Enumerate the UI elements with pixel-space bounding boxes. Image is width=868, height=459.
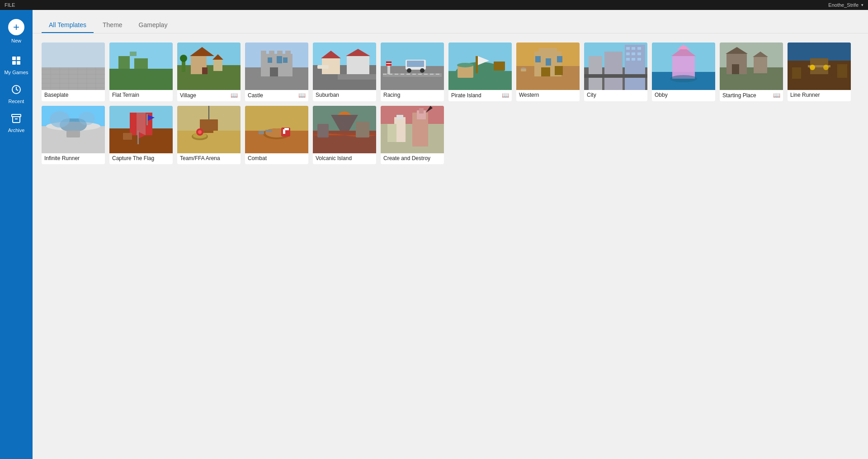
svg-rect-143 <box>245 106 308 131</box>
svg-rect-51 <box>338 74 376 80</box>
template-card-create-and-destroy[interactable]: Create and Destroy <box>381 106 444 164</box>
template-name-village: Village <box>180 92 196 99</box>
svg-rect-40 <box>285 51 291 56</box>
template-card-combat[interactable]: Combat <box>245 106 308 164</box>
svg-rect-2 <box>12 61 16 65</box>
svg-rect-39 <box>277 51 283 56</box>
template-name-obby: Obby <box>655 92 668 98</box>
template-card-village[interactable]: Village 📖 <box>177 43 241 101</box>
template-name-combat: Combat <box>248 155 267 161</box>
template-card-western[interactable]: Western <box>516 43 580 101</box>
sidebar-item-recent[interactable]: Recent <box>0 80 33 109</box>
svg-point-114 <box>810 65 815 70</box>
template-thumb-combat <box>245 106 308 153</box>
tab-all-templates[interactable]: All Templates <box>42 17 94 33</box>
svg-point-122 <box>50 111 70 128</box>
template-card-capture-the-flag[interactable]: Capture The Flag <box>109 106 173 164</box>
svg-rect-26 <box>177 65 241 90</box>
template-name-volcanic-island: Volcanic Island <box>316 155 352 161</box>
svg-rect-138 <box>213 131 231 142</box>
template-card-line-runner[interactable]: Line Runner <box>788 43 851 101</box>
svg-rect-94 <box>589 56 602 90</box>
template-info-suburban: Suburban <box>313 90 376 101</box>
template-name-castle: Castle <box>248 92 263 99</box>
template-info-city: City <box>584 90 647 101</box>
svg-rect-0 <box>12 57 16 60</box>
template-card-baseplate[interactable]: Baseplate <box>42 43 105 101</box>
svg-rect-95 <box>604 52 623 90</box>
template-thumb-castle <box>245 43 308 90</box>
template-card-volcanic-island[interactable]: Volcanic Island <box>313 106 376 164</box>
template-thumb-flat-terrain <box>109 43 173 90</box>
content-area: All Templates Theme Gameplay Baseplate <box>33 10 868 459</box>
template-info-castle: Castle 📖 <box>245 90 308 101</box>
archive-label: Archive <box>8 128 25 133</box>
svg-rect-43 <box>268 57 272 63</box>
sidebar: + New My Games Recent <box>0 10 33 459</box>
template-info-starting-place: Starting Place 📖 <box>720 90 783 101</box>
template-card-racing[interactable]: Racing <box>381 43 444 101</box>
tab-gameplay[interactable]: Gameplay <box>132 17 175 33</box>
sidebar-item-my-games[interactable]: My Games <box>0 51 33 80</box>
sidebar-item-new[interactable]: + New <box>0 14 33 48</box>
svg-rect-87 <box>637 47 641 50</box>
template-card-starting-place[interactable]: Starting Place 📖 <box>720 43 783 101</box>
template-thumb-create-and-destroy <box>381 106 444 153</box>
template-info-team-ffa-arena: Team/FFA Arena <box>177 153 241 164</box>
template-thumb-western <box>516 43 580 90</box>
template-card-castle[interactable]: Castle 📖 <box>245 43 308 101</box>
svg-rect-88 <box>626 52 630 55</box>
svg-rect-41 <box>270 67 278 76</box>
file-menu[interactable]: FILE <box>5 2 15 8</box>
recent-label: Recent <box>9 99 24 104</box>
svg-rect-29 <box>202 67 208 74</box>
svg-rect-117 <box>837 64 847 78</box>
template-name-starting-place: Starting Place <box>722 92 756 99</box>
template-card-team-ffa-arena[interactable]: Team/FFA Arena <box>177 106 241 164</box>
main-layout: + New My Games Recent <box>0 10 868 459</box>
recent-icon <box>11 84 22 97</box>
template-card-suburban[interactable]: Suburban <box>313 43 376 101</box>
templates-grid: Baseplate Flat Terrain <box>42 43 859 164</box>
template-name-pirate-island: Pirate Island <box>451 92 481 99</box>
svg-rect-93 <box>637 58 641 61</box>
svg-rect-84 <box>625 45 645 90</box>
svg-rect-151 <box>265 130 272 132</box>
sidebar-item-archive[interactable]: Archive <box>0 109 33 137</box>
svg-rect-86 <box>632 47 635 50</box>
user-section: Enothe_Strife ▾ <box>828 2 863 8</box>
tab-theme[interactable]: Theme <box>95 17 130 33</box>
template-card-flat-terrain[interactable]: Flat Terrain <box>109 43 173 101</box>
svg-point-60 <box>420 68 425 73</box>
template-thumb-pirate <box>448 43 512 90</box>
template-name-flat-terrain: Flat Terrain <box>112 92 139 98</box>
template-card-city[interactable]: City <box>584 43 647 101</box>
svg-rect-21 <box>109 69 173 90</box>
template-name-capture-the-flag: Capture The Flag <box>112 155 154 161</box>
template-card-obby[interactable]: Obby <box>652 43 715 101</box>
svg-rect-7 <box>42 43 105 67</box>
svg-rect-96 <box>584 74 647 78</box>
template-info-baseplate: Baseplate <box>42 90 105 101</box>
book-icon-castle: 📖 <box>298 92 306 99</box>
new-plus-icon: + <box>8 19 24 35</box>
template-info-infinite-runner: Infinite Runner <box>42 153 105 164</box>
svg-rect-55 <box>383 73 442 77</box>
template-thumb-infinite-runner <box>42 106 105 153</box>
template-info-line-runner: Line Runner <box>788 90 851 101</box>
svg-rect-32 <box>182 61 185 72</box>
template-card-pirate-island[interactable]: Pirate Island 📖 <box>448 43 512 101</box>
archive-icon <box>11 113 22 126</box>
template-thumb-volcanic-island <box>313 106 376 153</box>
svg-rect-24 <box>134 58 148 69</box>
svg-rect-38 <box>269 51 274 56</box>
svg-rect-70 <box>494 62 505 71</box>
svg-rect-5 <box>12 114 21 117</box>
svg-rect-150 <box>259 131 264 134</box>
template-thumb-starting-place <box>720 43 783 90</box>
template-name-infinite-runner: Infinite Runner <box>44 155 80 161</box>
svg-rect-142 <box>198 130 202 134</box>
template-card-infinite-runner[interactable]: Infinite Runner <box>42 106 105 164</box>
svg-point-102 <box>670 75 697 82</box>
chevron-down-icon[interactable]: ▾ <box>861 3 863 7</box>
